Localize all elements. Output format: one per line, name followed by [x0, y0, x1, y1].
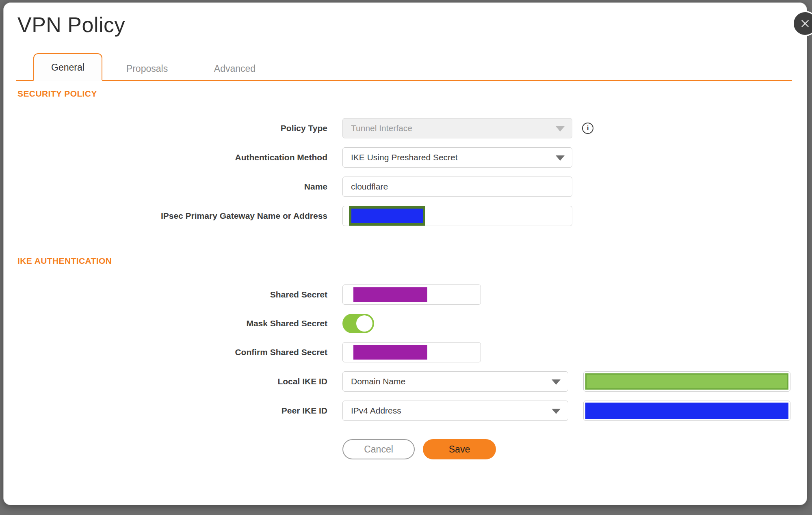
confirm-shared-secret-redacted-value — [353, 345, 427, 360]
page-title: VPN Policy — [17, 13, 807, 37]
mask-shared-secret-toggle[interactable] — [342, 314, 374, 333]
peer-ike-id-type-select[interactable]: IPv4 Address — [342, 401, 568, 421]
gateway-input[interactable] — [342, 206, 572, 226]
confirm-shared-secret-input[interactable] — [342, 342, 481, 362]
ike-authentication-form: Shared Secret Mask Shared Secret Confirm… — [4, 284, 807, 459]
toggle-knob — [356, 315, 372, 332]
policy-type-value: Tunnel Interface — [351, 123, 412, 133]
shared-secret-redacted-value — [353, 287, 427, 302]
policy-type-label: Policy Type — [4, 123, 327, 133]
local-ike-id-value-input[interactable] — [583, 371, 790, 392]
chevron-down-icon — [552, 409, 561, 414]
authentication-method-label: Authentication Method — [4, 153, 327, 162]
shared-secret-input[interactable] — [342, 284, 481, 305]
security-policy-heading: SECURITY POLICY — [17, 89, 807, 99]
save-button[interactable]: Save — [423, 439, 496, 459]
authentication-method-row: Authentication Method IKE Using Preshare… — [4, 147, 807, 168]
name-row: Name cloudflare — [4, 177, 807, 197]
cancel-button[interactable]: Cancel — [342, 439, 415, 459]
peer-ike-id-value-input[interactable] — [583, 401, 790, 421]
dialog-actions-row: Cancel Save — [4, 439, 807, 459]
peer-ike-id-redacted-value — [585, 403, 788, 419]
local-ike-id-type-select[interactable]: Domain Name — [342, 371, 568, 392]
confirm-shared-secret-label: Confirm Shared Secret — [4, 347, 327, 357]
local-ike-id-type-value: Domain Name — [351, 377, 405, 386]
peer-ike-id-label: Peer IKE ID — [4, 406, 327, 416]
name-value: cloudflare — [351, 182, 388, 192]
tab-advanced[interactable]: Advanced — [202, 57, 267, 80]
peer-ike-id-type-value: IPv4 Address — [351, 406, 401, 416]
peer-ike-id-row: Peer IKE ID IPv4 Address — [4, 401, 807, 421]
shared-secret-row: Shared Secret — [4, 284, 807, 305]
security-policy-form: Policy Type Tunnel Interface i Authentic… — [4, 118, 807, 226]
policy-type-select: Tunnel Interface — [342, 118, 572, 138]
gateway-redacted-value — [349, 206, 425, 226]
mask-shared-secret-label: Mask Shared Secret — [4, 319, 327, 328]
policy-type-row: Policy Type Tunnel Interface i — [4, 118, 807, 138]
chevron-down-icon — [552, 379, 561, 385]
tab-bar: General Proposals Advanced — [16, 52, 792, 81]
gateway-label: IPsec Primary Gateway Name or Address — [4, 211, 327, 221]
chevron-down-icon — [556, 126, 565, 131]
name-input[interactable]: cloudflare — [342, 177, 572, 197]
mask-shared-secret-row: Mask Shared Secret — [4, 314, 807, 333]
shared-secret-label: Shared Secret — [4, 290, 327, 300]
close-icon — [800, 18, 810, 29]
confirm-shared-secret-row: Confirm Shared Secret — [4, 342, 807, 362]
authentication-method-select[interactable]: IKE Using Preshared Secret — [342, 147, 572, 168]
name-label: Name — [4, 182, 327, 192]
ike-authentication-heading: IKE AUTHENTICATION — [17, 256, 807, 266]
tab-proposals[interactable]: Proposals — [115, 57, 180, 80]
local-ike-id-redacted-value — [585, 373, 788, 390]
local-ike-id-label: Local IKE ID — [4, 377, 327, 386]
gateway-row: IPsec Primary Gateway Name or Address — [4, 206, 807, 226]
info-icon[interactable]: i — [582, 123, 593, 134]
local-ike-id-row: Local IKE ID Domain Name — [4, 371, 807, 392]
chevron-down-icon — [556, 155, 565, 161]
screen: VPN Policy General Proposals Advanced SE… — [0, 0, 812, 515]
tab-general[interactable]: General — [33, 53, 102, 81]
authentication-method-value: IKE Using Preshared Secret — [351, 153, 458, 162]
vpn-policy-dialog: VPN Policy General Proposals Advanced SE… — [3, 2, 807, 505]
